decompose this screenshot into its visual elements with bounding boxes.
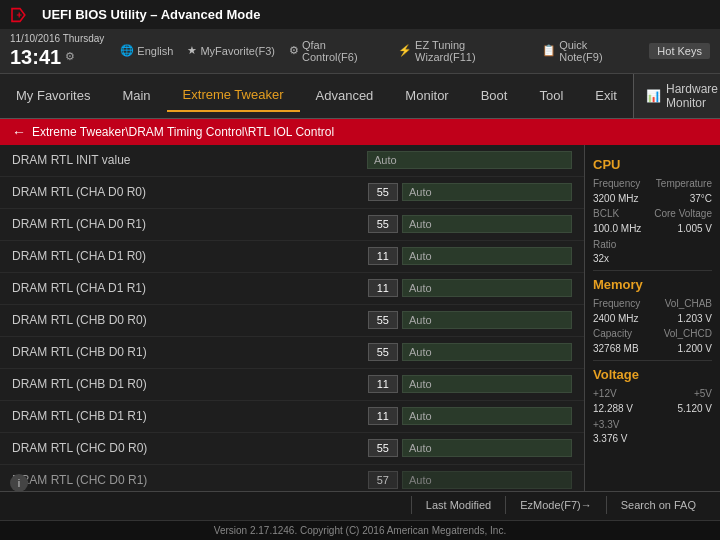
language-selector[interactable]: 🌐 English (120, 44, 173, 57)
cpu-divider (593, 270, 712, 271)
setting-label: DRAM RTL (CHB D1 R0) (12, 377, 368, 391)
status-bar: Last Modified EzMode(F7)→ Search on FAQ (0, 491, 720, 518)
setting-number[interactable]: 11 (368, 279, 398, 297)
cpu-bclk-values: 100.0 MHz 1.005 V (593, 223, 712, 234)
nav-extreme-tweaker[interactable]: Extreme Tweaker (167, 79, 300, 112)
p12v-value: 12.288 V (593, 403, 633, 414)
setting-number[interactable]: 11 (368, 247, 398, 265)
footer-bar: Version 2.17.1246. Copyright (C) 2016 Am… (0, 520, 720, 540)
info-bar: 11/10/2016 Thursday 13:41 ⚙ 🌐 English ★ … (0, 29, 720, 74)
nav-advanced[interactable]: Advanced (300, 80, 390, 111)
ez-mode-button[interactable]: EzMode(F7)→ (505, 496, 606, 514)
last-modified-status: Last Modified (411, 496, 505, 514)
lightning-icon: ⚡ (398, 44, 412, 57)
voltage-12v-values: 12.288 V 5.120 V (593, 403, 712, 414)
my-favorite-btn[interactable]: ★ MyFavorite(F3) (187, 44, 275, 57)
breadcrumb-path: Extreme Tweaker\DRAM Timing Control\RTL … (32, 125, 334, 139)
time-text: 13:41 (10, 45, 61, 69)
nav-boot[interactable]: Boot (465, 80, 524, 111)
voltage-section-title: Voltage (593, 367, 712, 382)
voltage-12v-row: +12V +5V (593, 388, 712, 399)
setting-value[interactable]: Auto (402, 279, 572, 297)
nav-main[interactable]: Main (106, 80, 166, 111)
fan-icon: ⚙ (289, 44, 299, 57)
table-row: DRAM RTL (CHC D0 R0) 55 Auto (0, 433, 584, 465)
table-row: DRAM RTL (CHB D1 R0) 11 Auto (0, 369, 584, 401)
setting-label: DRAM RTL (CHB D1 R1) (12, 409, 368, 423)
vol-chcd-value: 1.200 V (678, 343, 712, 354)
setting-value[interactable]: Auto (402, 439, 572, 457)
info-button[interactable]: i (10, 474, 28, 492)
setting-value[interactable]: Auto (402, 311, 572, 329)
bclk-value: 100.0 MHz (593, 223, 641, 234)
cpu-frequency-row: Frequency Temperature (593, 178, 712, 189)
capacity-value: 32768 MB (593, 343, 639, 354)
nav-exit[interactable]: Exit (579, 80, 633, 111)
setting-value-box: 11 Auto (368, 247, 572, 265)
p33v-value: 3.376 V (593, 433, 627, 444)
cpu-ratio-value-row: 32x (593, 252, 712, 264)
bclk-label: BCLK (593, 208, 619, 219)
setting-number[interactable]: 55 (368, 215, 398, 233)
setting-number[interactable]: 55 (368, 311, 398, 329)
setting-value[interactable]: Auto (402, 343, 572, 361)
cpu-temperature-label: Temperature (656, 178, 712, 189)
capacity-label: Capacity (593, 328, 632, 339)
setting-label: DRAM RTL (CHA D1 R0) (12, 249, 368, 263)
vol-chab-value: 1.203 V (678, 313, 712, 324)
breadcrumb-bar: ← Extreme Tweaker\DRAM Timing Control\RT… (0, 119, 720, 145)
table-row: DRAM RTL (CHA D1 R0) 11 Auto (0, 241, 584, 273)
qfan-control-btn[interactable]: ⚙ Qfan Control(F6) (289, 39, 384, 63)
setting-value-box: 11 Auto (368, 279, 572, 297)
ez-tuning-label: EZ Tuning Wizard(F11) (415, 39, 528, 63)
quick-note-btn[interactable]: 📋 Quick Note(F9) (542, 39, 633, 63)
back-arrow-icon[interactable]: ← (12, 124, 26, 140)
nav-monitor[interactable]: Monitor (389, 80, 464, 111)
setting-value[interactable]: Auto (402, 183, 572, 201)
setting-value-box: 55 Auto (368, 183, 572, 201)
memory-freq-values: 2400 MHz 1.203 V (593, 313, 712, 324)
setting-number[interactable]: 55 (368, 439, 398, 457)
memory-section-title: Memory (593, 277, 712, 292)
hw-monitor-tab[interactable]: 📊 Hardware Monitor (633, 74, 720, 118)
setting-value-box: 11 Auto (368, 375, 572, 393)
voltage-33v-label-row: +3.3V (593, 418, 712, 430)
setting-value[interactable]: Auto (402, 215, 572, 233)
setting-value[interactable]: Auto (402, 471, 572, 489)
info-bar-items: 🌐 English ★ MyFavorite(F3) ⚙ Qfan Contro… (120, 39, 633, 63)
qfan-label: Qfan Control(F6) (302, 39, 384, 63)
quick-note-label: Quick Note(F9) (559, 39, 633, 63)
setting-value[interactable]: Auto (402, 407, 572, 425)
setting-number[interactable]: 11 (368, 407, 398, 425)
table-row: DRAM RTL (CHA D0 R1) 55 Auto (0, 209, 584, 241)
setting-value[interactable]: Auto (367, 151, 572, 169)
setting-number[interactable]: 57 (368, 471, 398, 489)
hw-monitor-tab-label: Hardware Monitor (666, 82, 718, 110)
note-icon: 📋 (542, 44, 556, 57)
setting-label: DRAM RTL (CHA D0 R0) (12, 185, 368, 199)
setting-label: DRAM RTL (CHA D0 R1) (12, 217, 368, 231)
setting-number[interactable]: 11 (368, 375, 398, 393)
cpu-section-title: CPU (593, 157, 712, 172)
nav-tool[interactable]: Tool (523, 80, 579, 111)
settings-gear-icon[interactable]: ⚙ (65, 50, 75, 63)
cpu-ratio-label-row: Ratio (593, 238, 712, 250)
setting-number[interactable]: 55 (368, 343, 398, 361)
favorite-label: MyFavorite(F3) (200, 45, 275, 57)
setting-value[interactable]: Auto (402, 247, 572, 265)
nav-my-favorites[interactable]: My Favorites (0, 80, 106, 111)
rog-logo (10, 6, 30, 23)
setting-value[interactable]: Auto (402, 375, 572, 393)
setting-number[interactable]: 55 (368, 183, 398, 201)
setting-value-box: 55 Auto (368, 343, 572, 361)
hw-monitor-panel: CPU Frequency Temperature 3200 MHz 37°C … (584, 145, 720, 515)
setting-value-box: Auto (367, 151, 572, 169)
search-on-faq-button[interactable]: Search on FAQ (606, 496, 710, 514)
setting-value-box: 55 Auto (368, 215, 572, 233)
ez-tuning-btn[interactable]: ⚡ EZ Tuning Wizard(F11) (398, 39, 528, 63)
memory-frequency-value: 2400 MHz (593, 313, 639, 324)
settings-panel: DRAM RTL INIT value Auto DRAM RTL (CHA D… (0, 145, 584, 515)
memory-freq-row: Frequency Vol_CHAB (593, 298, 712, 309)
nav-bar: My Favorites Main Extreme Tweaker Advanc… (0, 74, 720, 119)
hot-keys-btn[interactable]: Hot Keys (649, 43, 710, 59)
